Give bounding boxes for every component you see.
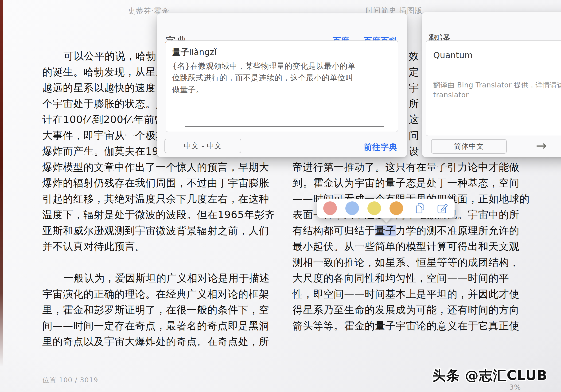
text-line: 最小起伏。从一些简单的模型计算可得出和天文观 bbox=[292, 239, 519, 254]
text-line: 箭头等等。霍金的量子宇宙论的意义在于它真正使 bbox=[292, 318, 519, 333]
highlight-color-button[interactable] bbox=[323, 201, 337, 215]
highlight-color-button[interactable] bbox=[367, 201, 381, 215]
selection-pre-text: 有结构都可归结于 bbox=[292, 225, 375, 236]
translation-language-button[interactable]: 简体中文 bbox=[431, 139, 507, 154]
highlight-color-buttons bbox=[323, 201, 403, 215]
text-line: 的诞生。哈勃发现，从星系 bbox=[42, 65, 166, 79]
text-line: 大尺度的各向同性和均匀性，空间——时间的平 bbox=[292, 271, 509, 285]
copy-icon[interactable] bbox=[414, 202, 426, 214]
dictionary-headword: 量子liàngzǐ bbox=[172, 46, 216, 58]
definition-line: {名}在微观领域中，某些物理量的变化是以最小的单 bbox=[172, 60, 391, 72]
selection-toolbar bbox=[317, 199, 454, 218]
selection-text-line: 有结构都可归结于量子力学的测不准原理所允许的 bbox=[292, 223, 519, 238]
translation-provider-url: translator bbox=[433, 91, 469, 99]
text-line: 宇宙演化的正确的理论。在经典广义相对论的框架 bbox=[42, 287, 269, 301]
clipped-character: 所 bbox=[409, 96, 419, 111]
clipped-character: 宇 bbox=[409, 80, 419, 95]
text-line: 里的奇点以及宇宙大爆炸处的奇点。在奇点处，所 bbox=[42, 334, 269, 349]
text-line: 得星系乃至生命的发展成为可能，还有时间的方向 bbox=[292, 303, 519, 317]
photo-edge-strip bbox=[0, 0, 3, 367]
text-line: 并不认真对待此预言。 bbox=[42, 239, 145, 254]
reader-screen: 史蒂芬·霍金 时间简史 插图版 可以公平的说，哈勃 的诞生。哈勃发现，从星系 越… bbox=[0, 0, 561, 392]
clipped-character: 效 bbox=[409, 49, 419, 63]
text-line: 引起的红移，其绝对温度只余下几度左右，在这种 bbox=[42, 192, 269, 206]
definition-line: 位跳跃式进行的，而不是连续的，这个最小的单位叫 bbox=[172, 72, 391, 84]
text-line: 测相一致的推论，如星系、恒星等等的成团结构， bbox=[292, 255, 519, 270]
clipped-character: 设 bbox=[409, 144, 419, 158]
text-line: 帝进行第一推动了。这只有在量子引力论中才能做 bbox=[292, 160, 519, 174]
text-line: 爆炸而产生。伽莫夫在194 bbox=[42, 144, 165, 158]
highlight-color-button[interactable] bbox=[389, 201, 403, 215]
text-line: 亚斯和威尔逊观测到宇宙微波背景辐射之前，人们 bbox=[42, 223, 269, 238]
goto-dictionary-link[interactable]: 前往字典 bbox=[364, 142, 398, 153]
text-line: 计在100亿到200亿年前曾 bbox=[42, 112, 165, 127]
translation-popup: 翻译 Quantum 翻译由 Bing Translator 提供，详情请访问：… bbox=[422, 12, 561, 157]
headword-hanzi: 量子 bbox=[172, 47, 189, 57]
dictionary-language-button[interactable]: 中文 - 中文 bbox=[164, 139, 241, 153]
text-line: 大事件，即宇宙从一个极其 bbox=[42, 128, 166, 143]
location-status: 位置 100 / 3019 bbox=[42, 376, 98, 385]
text-line: 性，即空间——时间基本上是平坦的，并因此才使 bbox=[292, 287, 519, 301]
text-line: 里，霍金和彭罗斯证明了，在很一般的条件下，空 bbox=[42, 303, 269, 317]
headword-pinyin: liàngzǐ bbox=[189, 47, 216, 57]
selected-word[interactable]: 量子 bbox=[375, 225, 396, 236]
text-line: 爆炸的辐射仍残存在我们周围，不过由于宇宙膨胀 bbox=[42, 175, 269, 190]
translate-arrow-icon[interactable]: → bbox=[534, 138, 548, 153]
text-line: 温度下，辐射是处于微波的波段。但在1965年彭齐 bbox=[42, 207, 275, 222]
dictionary-entry-box: 量子liàngzǐ {名}在微观领域中，某些物理量的变化是以最小的单 位跳跃式进… bbox=[166, 40, 398, 132]
note-compose-icon[interactable] bbox=[437, 202, 448, 214]
text-line: 可以公平的说，哈勃 bbox=[64, 49, 156, 63]
text-line: 爆炸模型的文章中作出了一个惊人的预言，早期大 bbox=[42, 160, 269, 174]
dictionary-popup: 字典 百度 百度百科 量子liàngzǐ {名}在微观领域中，某些物理量的变化是… bbox=[157, 13, 407, 157]
text-line: 间——时间一定存在奇点，最著名的奇点即是黑洞 bbox=[42, 318, 269, 333]
text-line: 到。霍金认为宇宙的量子态是处于一种基态，空间 bbox=[292, 175, 519, 190]
definition-divider bbox=[185, 126, 384, 127]
translation-result: Quantum bbox=[433, 50, 473, 60]
definition-line: 做量子。 bbox=[172, 84, 391, 95]
clipped-character: 问 bbox=[409, 128, 419, 143]
clipped-character: 定 bbox=[409, 65, 419, 79]
watermark: 头条 @志汇CLUB bbox=[432, 367, 548, 385]
text-line: 一般认为，爱因斯坦的广义相对论是用于描述 bbox=[64, 271, 270, 285]
translation-result-box: Quantum 翻译由 Bing Translator 提供，详情请访问： tr… bbox=[426, 40, 561, 136]
translation-provider-line: 翻译由 Bing Translator 提供，详情请访问： bbox=[433, 80, 561, 90]
text-line: 个宇宙处于膨胀的状态。人 bbox=[42, 96, 166, 111]
selection-post-text: 力学的测不准原理所允许的 bbox=[396, 225, 519, 236]
clipped-character: 这 bbox=[409, 112, 419, 127]
highlight-color-button[interactable] bbox=[345, 201, 359, 215]
text-line: 越远的星系以越快的速度离 bbox=[42, 80, 166, 95]
